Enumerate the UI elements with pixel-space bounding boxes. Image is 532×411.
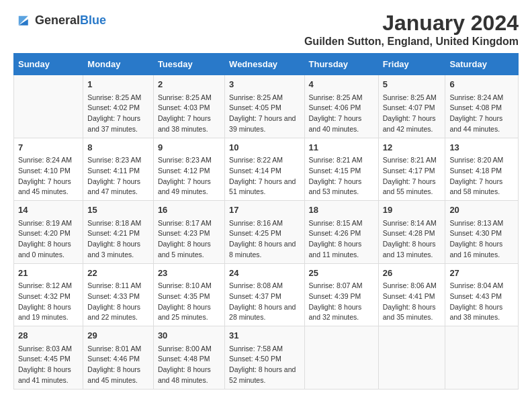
day-info: Sunrise: 8:03 AMSunset: 4:45 PMDaylight:… [18,344,79,386]
month-title: January 2024 [304,11,519,36]
calendar-cell: 16Sunrise: 8:17 AMSunset: 4:23 PMDayligh… [153,201,224,264]
calendar-cell: 26Sunrise: 8:06 AMSunset: 4:41 PMDayligh… [378,263,445,326]
day-number: 10 [229,141,300,154]
day-number: 24 [229,267,300,280]
calendar-cell: 14Sunrise: 8:19 AMSunset: 4:20 PMDayligh… [14,201,83,264]
day-number: 26 [383,267,441,280]
calendar-cell: 13Sunrise: 8:20 AMSunset: 4:18 PMDayligh… [445,138,519,201]
day-info: Sunrise: 8:25 AMSunset: 4:05 PMDaylight:… [229,93,300,135]
day-number: 7 [18,141,79,154]
day-info: Sunrise: 8:24 AMSunset: 4:08 PMDaylight:… [449,93,514,135]
day-info: Sunrise: 8:16 AMSunset: 4:25 PMDaylight:… [229,218,300,261]
header: GeneralBlue January 2024 Guilden Sutton,… [13,11,519,48]
day-info: Sunrise: 8:01 AMSunset: 4:46 PMDaylight:… [87,344,149,386]
logo-text: GeneralBlue [35,13,106,28]
col-wednesday: Wednesday [225,54,304,75]
day-number: 17 [229,203,300,217]
calendar-cell [445,326,519,390]
day-info: Sunrise: 8:04 AMSunset: 4:43 PMDaylight:… [449,281,514,323]
day-number: 25 [309,267,374,280]
day-info: Sunrise: 8:18 AMSunset: 4:21 PMDaylight:… [87,218,149,261]
day-number: 5 [383,78,441,91]
day-number: 19 [383,203,441,217]
day-info: Sunrise: 8:21 AMSunset: 4:17 PMDaylight:… [383,155,441,197]
day-info: Sunrise: 8:07 AMSunset: 4:39 PMDaylight:… [309,281,374,323]
day-info: Sunrise: 8:13 AMSunset: 4:30 PMDaylight:… [449,218,514,261]
calendar-cell: 21Sunrise: 8:12 AMSunset: 4:32 PMDayligh… [14,263,83,326]
day-info: Sunrise: 8:10 AMSunset: 4:35 PMDaylight:… [158,281,220,323]
day-info: Sunrise: 8:25 AMSunset: 4:03 PMDaylight:… [158,93,220,135]
calendar-cell: 27Sunrise: 8:04 AMSunset: 4:43 PMDayligh… [445,263,519,326]
calendar-cell: 30Sunrise: 8:00 AMSunset: 4:48 PMDayligh… [153,326,224,390]
day-number: 21 [18,267,79,280]
day-number: 13 [449,141,514,154]
calendar-cell: 1Sunrise: 8:25 AMSunset: 4:02 PMDaylight… [83,75,154,138]
calendar-cell: 3Sunrise: 8:25 AMSunset: 4:05 PMDaylight… [225,75,304,138]
calendar-week-row: 14Sunrise: 8:19 AMSunset: 4:20 PMDayligh… [14,201,519,264]
day-info: Sunrise: 8:17 AMSunset: 4:23 PMDaylight:… [158,218,220,261]
day-info: Sunrise: 8:12 AMSunset: 4:32 PMDaylight:… [18,281,79,323]
day-number: 8 [87,141,149,154]
calendar-week-row: 21Sunrise: 8:12 AMSunset: 4:32 PMDayligh… [14,263,519,326]
day-number: 29 [87,329,149,342]
day-info: Sunrise: 8:24 AMSunset: 4:10 PMDaylight:… [18,155,79,197]
calendar-cell: 28Sunrise: 8:03 AMSunset: 4:45 PMDayligh… [14,326,83,390]
day-info: Sunrise: 8:08 AMSunset: 4:37 PMDaylight:… [229,281,300,323]
logo-general: General [35,13,80,27]
calendar-cell: 15Sunrise: 8:18 AMSunset: 4:21 PMDayligh… [83,201,154,264]
calendar-cell: 24Sunrise: 8:08 AMSunset: 4:37 PMDayligh… [225,263,304,326]
day-info: Sunrise: 8:25 AMSunset: 4:02 PMDaylight:… [87,93,149,135]
col-saturday: Saturday [445,54,519,75]
calendar-cell [304,326,378,390]
col-thursday: Thursday [304,54,378,75]
day-number: 15 [87,203,149,217]
logo-blue: Blue [80,13,106,27]
day-info: Sunrise: 8:25 AMSunset: 4:07 PMDaylight:… [383,93,441,135]
calendar-table: Sunday Monday Tuesday Wednesday Thursday… [13,53,519,390]
day-number: 28 [18,329,79,342]
day-info: Sunrise: 8:21 AMSunset: 4:15 PMDaylight:… [309,155,374,197]
col-monday: Monday [83,54,154,75]
calendar-cell: 11Sunrise: 8:21 AMSunset: 4:15 PMDayligh… [304,138,378,201]
day-info: Sunrise: 8:20 AMSunset: 4:18 PMDaylight:… [449,155,514,197]
day-info: Sunrise: 7:58 AMSunset: 4:50 PMDaylight:… [229,344,300,386]
calendar-week-row: 1Sunrise: 8:25 AMSunset: 4:02 PMDaylight… [14,75,519,138]
calendar-cell: 6Sunrise: 8:24 AMSunset: 4:08 PMDaylight… [445,75,519,138]
day-number: 20 [449,203,514,217]
day-number: 11 [309,141,374,154]
generalblue-logo-icon [13,11,32,30]
day-number: 27 [449,267,514,280]
day-number: 30 [158,329,220,342]
day-info: Sunrise: 8:22 AMSunset: 4:14 PMDaylight:… [229,155,300,197]
location-title: Guilden Sutton, England, United Kingdom [304,36,519,48]
calendar-cell: 4Sunrise: 8:25 AMSunset: 4:06 PMDaylight… [304,75,378,138]
calendar-cell [378,326,445,390]
day-info: Sunrise: 8:23 AMSunset: 4:11 PMDaylight:… [87,155,149,197]
calendar-week-row: 7Sunrise: 8:24 AMSunset: 4:10 PMDaylight… [14,138,519,201]
day-number: 23 [158,267,220,280]
calendar-header-row: Sunday Monday Tuesday Wednesday Thursday… [14,54,519,75]
day-info: Sunrise: 8:00 AMSunset: 4:48 PMDaylight:… [158,344,220,386]
calendar-cell: 19Sunrise: 8:14 AMSunset: 4:28 PMDayligh… [378,201,445,264]
day-info: Sunrise: 8:15 AMSunset: 4:26 PMDaylight:… [309,218,374,261]
day-number: 4 [309,78,374,91]
calendar-cell: 20Sunrise: 8:13 AMSunset: 4:30 PMDayligh… [445,201,519,264]
day-info: Sunrise: 8:19 AMSunset: 4:20 PMDaylight:… [18,218,79,261]
col-sunday: Sunday [14,54,83,75]
calendar-cell: 25Sunrise: 8:07 AMSunset: 4:39 PMDayligh… [304,263,378,326]
logo: GeneralBlue [13,11,106,30]
col-tuesday: Tuesday [153,54,224,75]
day-number: 18 [309,203,374,217]
calendar-cell: 8Sunrise: 8:23 AMSunset: 4:11 PMDaylight… [83,138,154,201]
calendar-cell: 22Sunrise: 8:11 AMSunset: 4:33 PMDayligh… [83,263,154,326]
day-number: 16 [158,203,220,217]
calendar-cell: 29Sunrise: 8:01 AMSunset: 4:46 PMDayligh… [83,326,154,390]
day-info: Sunrise: 8:06 AMSunset: 4:41 PMDaylight:… [383,281,441,323]
calendar-week-row: 28Sunrise: 8:03 AMSunset: 4:45 PMDayligh… [14,326,519,390]
calendar-cell: 9Sunrise: 8:23 AMSunset: 4:12 PMDaylight… [153,138,224,201]
day-info: Sunrise: 8:23 AMSunset: 4:12 PMDaylight:… [158,155,220,197]
calendar-cell: 2Sunrise: 8:25 AMSunset: 4:03 PMDaylight… [153,75,224,138]
calendar-cell: 7Sunrise: 8:24 AMSunset: 4:10 PMDaylight… [14,138,83,201]
day-number: 14 [18,203,79,217]
day-number: 3 [229,78,300,91]
